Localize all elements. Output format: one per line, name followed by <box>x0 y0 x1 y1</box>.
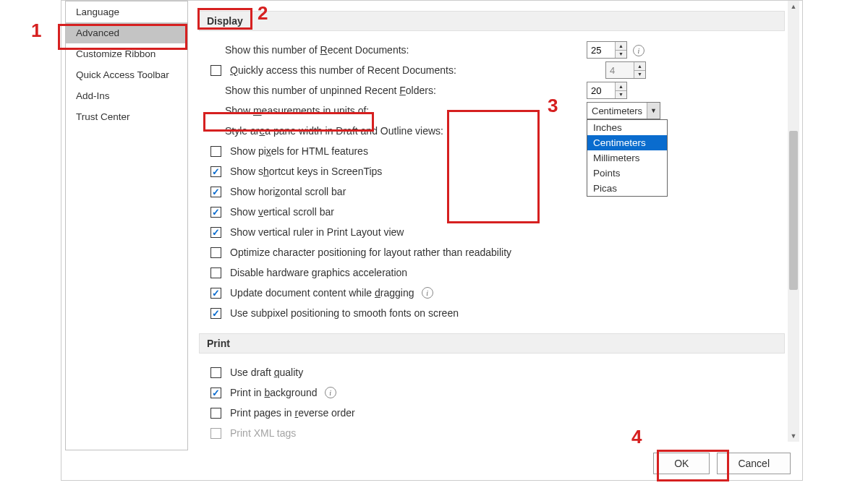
scroll-up-icon[interactable]: ▲ <box>788 1 799 12</box>
scroll-down-icon[interactable]: ▼ <box>788 430 799 442</box>
dropdown-option-millimeters[interactable]: Millimeters <box>587 150 667 166</box>
spinner-recent-documents[interactable]: ▲▼ <box>587 41 627 59</box>
checkbox-optimize-positioning[interactable] <box>210 247 221 258</box>
row-style-area-width: Style area pane width in Draft and Outli… <box>199 121 785 141</box>
row-show-pixels-html: Show pixels for HTML features <box>199 141 785 161</box>
input-recent-folders[interactable] <box>587 82 615 98</box>
row-horizontal-scroll: Show horizontal scroll bar <box>199 181 785 202</box>
label-subpixel: Use subpixel positioning to smooth fonts… <box>230 307 459 319</box>
row-shortcut-keys: Show shortcut keys in ScreenTips <box>199 161 785 181</box>
label-print-xml: Print XML tags <box>230 427 296 439</box>
checkbox-quick-access[interactable] <box>210 65 221 76</box>
row-print-reverse: Print pages in reverse order <box>199 403 785 423</box>
ok-button[interactable]: OK <box>653 453 710 474</box>
row-quick-access-recent: Quickly access this number of Recent Doc… <box>199 60 785 80</box>
info-icon[interactable]: i <box>325 387 336 398</box>
label-optimize-positioning: Optimize character positioning for layou… <box>230 247 511 258</box>
label-print-background: Print in background <box>230 387 318 398</box>
sidebar-item-customize-ribbon[interactable]: Customize Ribbon <box>66 43 187 64</box>
row-disable-hw-graphics: Disable hardware graphics acceleration <box>199 262 785 283</box>
checkbox-print-xml[interactable] <box>210 428 221 439</box>
checkbox-print-background[interactable] <box>210 388 221 398</box>
callout-number-4: 4 <box>631 426 642 448</box>
content-scrollbar[interactable]: ▲ ▼ <box>788 1 799 442</box>
label-shortcut-keys: Show shortcut keys in ScreenTips <box>230 166 382 177</box>
dropdown-option-points[interactable]: Points <box>587 166 667 181</box>
checkbox-print-reverse[interactable] <box>210 408 221 419</box>
row-draft-quality: Use draft quality <box>199 362 785 382</box>
spinner-down-icon: ▼ <box>634 71 645 79</box>
row-recent-folders: Show this number of unpinned Recent Fold… <box>199 80 785 100</box>
chevron-down-icon[interactable]: ▼ <box>647 103 660 119</box>
dropdown-option-picas[interactable]: Picas <box>587 181 667 196</box>
label-recent-folders: Show this number of unpinned Recent Fold… <box>225 85 436 96</box>
callout-number-2: 2 <box>258 2 268 25</box>
section-header-print: Print <box>199 333 785 354</box>
spinner-recent-folders[interactable]: ▲▼ <box>587 82 627 99</box>
label-show-pixels: Show pixels for HTML features <box>230 145 368 157</box>
cancel-button[interactable]: Cancel <box>717 453 791 474</box>
spinner-up-icon[interactable]: ▲ <box>616 82 626 91</box>
checkbox-draft-quality[interactable] <box>210 367 221 378</box>
sidebar-item-trust-center[interactable]: Trust Center <box>66 106 187 127</box>
checkbox-vertical-scroll[interactable] <box>210 207 221 218</box>
checkbox-subpixel[interactable] <box>210 308 221 319</box>
sidebar-item-add-ins[interactable]: Add-Ins <box>66 85 187 106</box>
select-value: Centimeters <box>587 104 647 118</box>
input-quick-access <box>606 62 634 78</box>
label-print-reverse: Print pages in reverse order <box>230 407 355 419</box>
spinner-up-icon: ▲ <box>634 62 645 71</box>
label-measurement-units: Show measurements in units of: <box>225 105 369 116</box>
dialog-footer: OK Cancel <box>653 453 791 474</box>
callout-number-3: 3 <box>548 95 558 117</box>
select-measurement-units[interactable]: Centimeters ▼ Inches Centimeters Millime… <box>587 102 660 119</box>
label-recent-documents: Show this number of Recent Documents: <box>225 44 409 56</box>
spinner-up-icon[interactable]: ▲ <box>616 42 626 51</box>
sidebar-item-language[interactable]: Language <box>66 1 187 22</box>
label-vertical-ruler: Show vertical ruler in Print Layout view <box>230 226 404 238</box>
label-draft-quality: Use draft quality <box>230 367 303 378</box>
label-quick-access: Quickly access this number of Recent Doc… <box>230 64 456 76</box>
row-vertical-scroll: Show vertical scroll bar <box>199 202 785 222</box>
label-vertical-scroll: Show vertical scroll bar <box>230 206 334 218</box>
options-sidebar: Language Advanced Customize Ribbon Quick… <box>65 1 188 450</box>
row-vertical-ruler: Show vertical ruler in Print Layout view <box>199 222 785 242</box>
info-icon[interactable]: i <box>633 45 644 56</box>
checkbox-horizontal-scroll[interactable] <box>210 187 221 197</box>
scrollbar-thumb[interactable] <box>789 131 798 290</box>
dropdown-option-inches[interactable]: Inches <box>587 120 667 135</box>
spinner-down-icon[interactable]: ▼ <box>616 91 626 99</box>
info-icon[interactable]: i <box>422 287 433 299</box>
options-dialog: Language Advanced Customize Ribbon Quick… <box>61 0 803 481</box>
sidebar-item-advanced[interactable]: Advanced <box>66 22 187 43</box>
section-header-display: Display <box>199 11 785 31</box>
sidebar-item-quick-access-toolbar[interactable]: Quick Access Toolbar <box>66 64 187 85</box>
checkbox-update-dragging[interactable] <box>210 288 221 299</box>
checkbox-shortcut-keys[interactable] <box>210 166 221 177</box>
row-subpixel: Use subpixel positioning to smooth fonts… <box>199 303 785 323</box>
row-measurement-units: Show measurements in units of: Centimete… <box>199 100 785 121</box>
callout-number-1: 1 <box>31 20 41 42</box>
row-optimize-positioning: Optimize character positioning for layou… <box>199 242 785 262</box>
input-recent-documents[interactable] <box>587 42 615 58</box>
checkbox-disable-hw-graphics[interactable] <box>210 267 221 278</box>
dropdown-measurement-units: Inches Centimeters Millimeters Points Pi… <box>587 119 668 197</box>
row-print-background: Print in background i <box>199 382 785 403</box>
row-print-xml-partial: Print XML tags <box>199 423 785 442</box>
spinner-down-icon[interactable]: ▼ <box>616 51 626 59</box>
label-disable-hw-graphics: Disable hardware graphics acceleration <box>230 267 407 278</box>
row-recent-documents: Show this number of Recent Documents: ▲▼… <box>199 40 785 60</box>
dropdown-option-centimeters[interactable]: Centimeters <box>587 135 667 150</box>
label-style-area-width: Style area pane width in Draft and Outli… <box>225 125 443 137</box>
spinner-quick-access: ▲▼ <box>605 61 646 79</box>
options-content: Display Show this number of Recent Docum… <box>199 1 785 442</box>
checkbox-vertical-ruler[interactable] <box>210 227 221 238</box>
label-horizontal-scroll: Show horizontal scroll bar <box>230 186 346 197</box>
checkbox-show-pixels[interactable] <box>210 146 221 157</box>
label-update-dragging: Update document content while dragging <box>230 287 414 299</box>
row-update-dragging: Update document content while dragging i <box>199 283 785 303</box>
